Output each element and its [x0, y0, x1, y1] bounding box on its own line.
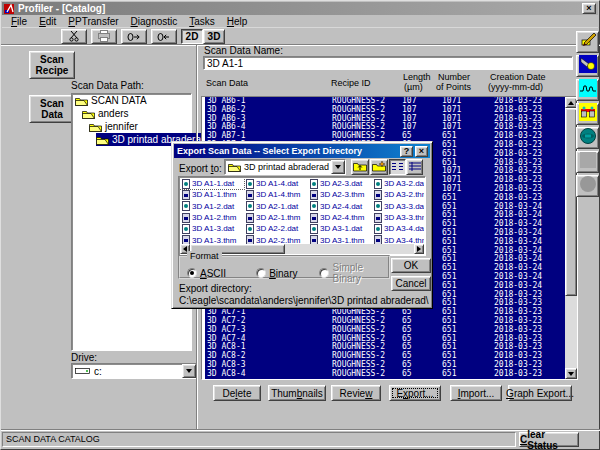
menu-item[interactable]: PPTransfer	[62, 16, 124, 27]
file-name: 3D A3-4.dat	[384, 224, 424, 233]
menu-item[interactable]: Diagnostic	[125, 16, 184, 27]
scan-data-button[interactable]: Scan Data	[29, 95, 75, 123]
measure-tool-icon	[579, 31, 597, 53]
export-to-dropdown-arrow[interactable]	[331, 160, 345, 174]
blank-square-button[interactable]	[576, 151, 599, 173]
tree-item-label: SCAN DATA	[91, 95, 147, 106]
list-view-button[interactable]	[389, 159, 406, 175]
delete-button[interactable]: Delete	[213, 385, 261, 401]
clear-status-button[interactable]: Clear Status	[519, 432, 579, 447]
file-list-items: 3D A1-1.dat 3D A1-1.thm 3D A1-2.dat 3D A…	[180, 178, 424, 246]
import-button[interactable]: Import...	[450, 385, 502, 401]
dialog-close-icon[interactable]: ×	[415, 146, 428, 157]
view-3d-button[interactable]: 3D	[203, 29, 225, 44]
print-button[interactable]	[91, 29, 117, 44]
view-2d-button[interactable]: 2D	[181, 29, 203, 44]
scroll-right-icon[interactable]	[414, 244, 424, 254]
cancel-button[interactable]: Cancel	[391, 276, 431, 291]
file-item[interactable]: 3D A3-3.dat	[372, 201, 424, 212]
file-item[interactable]: 3D A3-1.dat	[308, 223, 372, 234]
details-view-button[interactable]	[406, 159, 423, 175]
transfer-in-button[interactable]	[151, 29, 177, 44]
file-icon	[310, 179, 318, 189]
file-item[interactable]: 3D A2-2.dat	[244, 223, 308, 234]
menu-item[interactable]: File	[5, 16, 33, 27]
export-to-combobox[interactable]: 3D printad abraderad	[224, 159, 346, 175]
dialog-title-bar: Export Scan Data -- Select Export Direct…	[174, 144, 430, 158]
file-icon	[182, 213, 190, 223]
window-title: Profiler - [Catalog]	[18, 3, 105, 14]
col-header-number: Number	[438, 72, 470, 82]
scan-head-icon	[579, 55, 597, 77]
file-item[interactable]: 3D A3-2.dat	[372, 178, 424, 189]
main-toolbar: 2D 3D	[1, 28, 600, 44]
thumbnails-button[interactable]: Thumbnails	[268, 385, 326, 401]
scan-recipe-button[interactable]: Scan Recipe	[29, 51, 75, 79]
folder-icon	[89, 122, 102, 132]
menu-item[interactable]: Help	[221, 16, 254, 27]
table-row[interactable]: 3D AC8-4 ROUGHNESS-2 65 651 2018-03-23	[205, 370, 565, 379]
file-item[interactable]: 3D A2-1.dat	[244, 201, 308, 212]
col-header-length-unit: (µm)	[404, 82, 423, 92]
cut-icon	[68, 28, 80, 46]
file-item[interactable]: 3D A2-1.thm	[244, 212, 308, 223]
transfer-out-button[interactable]	[121, 29, 147, 44]
col-header-length: Length	[403, 72, 431, 82]
app-icon	[4, 4, 15, 14]
file-item[interactable]: 3D A3-2.thm	[372, 189, 424, 200]
menu-item[interactable]: Tasks	[183, 16, 221, 27]
menu-item[interactable]: Edit	[33, 16, 62, 27]
profile-trace-button[interactable]	[576, 79, 599, 101]
ok-button[interactable]: OK	[391, 258, 431, 273]
file-item[interactable]: 3D A1-3.dat	[180, 223, 244, 234]
review-button[interactable]: Review	[331, 385, 381, 401]
file-item[interactable]: 3D A3-4.dat	[372, 223, 424, 234]
file-item[interactable]: 3D A1-1.thm	[180, 189, 244, 200]
file-item[interactable]: 3D A2-3.thm	[308, 189, 372, 200]
stage-top-button[interactable]	[576, 127, 599, 149]
scroll-down-icon[interactable]	[565, 368, 577, 379]
video-view-icon	[579, 103, 597, 125]
col-header-creation-date: Creation Date	[490, 72, 546, 82]
up-folder-icon	[353, 158, 367, 176]
file-item[interactable]: 3D A2-4.thm	[308, 212, 372, 223]
folder-icon	[96, 135, 109, 145]
file-item[interactable]: 3D A1-2.thm	[180, 212, 244, 223]
ascii-radio[interactable]: ASCII	[187, 268, 226, 279]
drive-dropdown-arrow[interactable]	[182, 364, 196, 378]
file-item[interactable]: 3D A1-1.dat	[180, 178, 244, 189]
file-name: 3D A3-2.dat	[384, 179, 424, 188]
file-item[interactable]: 3D A2-3.dat	[308, 178, 372, 189]
file-name: 3D A2-4.dat	[320, 202, 362, 211]
file-item[interactable]: 3D A1-4.thm	[244, 189, 308, 200]
file-item[interactable]: 3D A2-4.dat	[308, 201, 372, 212]
close-icon[interactable]: ×	[582, 3, 596, 14]
up-folder-button[interactable]	[351, 159, 369, 175]
file-item[interactable]: 3D A3-3.thm	[372, 212, 424, 223]
measure-tool-button[interactable]	[576, 31, 599, 53]
scan-data-name-input[interactable]	[203, 56, 573, 70]
cell-recipe-id: ROUGHNESS-2	[332, 370, 385, 379]
binary-radio[interactable]: Binary	[256, 268, 297, 279]
folder-icon	[228, 162, 241, 172]
file-name: 3D A1-3.dat	[192, 224, 234, 233]
tree-item-anders[interactable]: anders	[72, 107, 191, 120]
export-directory-path: C:\eagle\scandata\anders\jennifer\3D pri…	[179, 295, 429, 306]
help-icon[interactable]: ?	[400, 146, 413, 157]
wafer-circle-button[interactable]	[576, 175, 599, 197]
file-item[interactable]: 3D A1-4.dat	[244, 178, 308, 189]
file-name: 3D A3-3.dat	[384, 202, 424, 211]
file-item[interactable]: 3D A1-2.dat	[180, 201, 244, 212]
scan-head-button[interactable]	[576, 55, 599, 77]
tree-item-scan-data[interactable]: SCAN DATA	[72, 94, 191, 107]
file-icon	[310, 224, 318, 234]
graph-export-button[interactable]: Graph Export...	[508, 385, 572, 401]
video-view-button[interactable]	[576, 103, 599, 125]
tree-item-jennifer[interactable]: jennifer	[72, 120, 191, 133]
export-to-label: Export to:	[179, 163, 222, 174]
drive-combobox[interactable]: c:	[71, 363, 197, 379]
export-button[interactable]: Export...	[389, 385, 441, 401]
new-folder-button[interactable]	[370, 159, 388, 175]
cut-button[interactable]	[61, 29, 87, 44]
wafer-circle-icon	[579, 175, 597, 197]
